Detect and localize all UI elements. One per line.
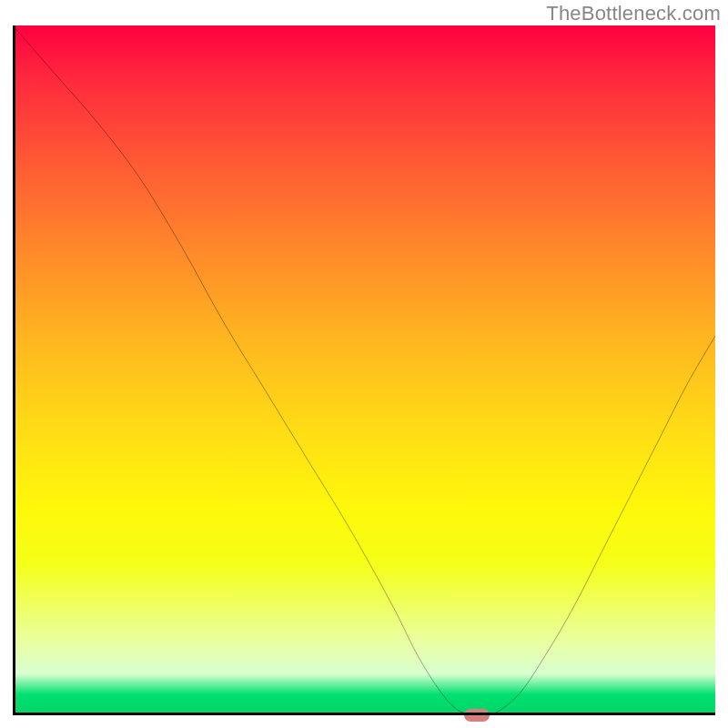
optimum-marker <box>464 709 490 722</box>
plot-area <box>13 25 715 715</box>
attribution-text: TheBottleneck.com <box>546 2 721 25</box>
chart-container: TheBottleneck.com <box>0 0 728 728</box>
curve-line <box>13 25 715 715</box>
